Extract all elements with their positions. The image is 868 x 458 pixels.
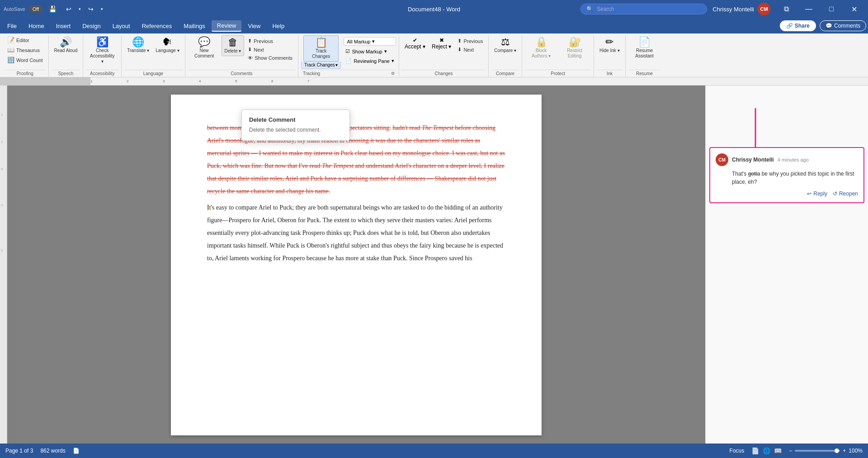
resume-group-label: Resume xyxy=(628,70,661,77)
read-aloud-button[interactable]: 🔊 Read Aloud xyxy=(52,35,80,55)
new-comment-button[interactable]: 💬 New Comment xyxy=(188,35,221,61)
accessibility-group-label: Accessibility xyxy=(86,70,118,77)
highlighted-text-start: I xyxy=(207,204,209,211)
document-title: Document48 - Word xyxy=(291,6,578,13)
all-markup-dropdown[interactable]: All Markup ▾ xyxy=(344,37,396,46)
dropdown-description: Delete the selected comment. xyxy=(242,126,349,137)
zoom-slider[interactable] xyxy=(795,450,840,452)
ruler-left-margin xyxy=(0,77,90,86)
previous-label: Previous xyxy=(254,38,273,44)
web-layout-icon[interactable]: 🌐 xyxy=(763,447,770,454)
check-accessibility-button[interactable]: ♿ Check Accessibility ▾ xyxy=(86,35,118,66)
margin-num-2: 2 xyxy=(1,140,3,144)
zoom-out-icon[interactable]: − xyxy=(789,448,792,454)
autosave-toggle[interactable]: Off xyxy=(29,5,42,13)
previous-icon: ⬆ xyxy=(248,38,252,44)
restrict-editing-button[interactable]: 🔐 Restrict Editing xyxy=(558,35,591,61)
search-box[interactable]: 🔍 xyxy=(580,4,707,14)
share-button[interactable]: 🔗 Share xyxy=(780,20,816,31)
delete-icon: 🗑 xyxy=(228,38,238,48)
save-button[interactable]: 💾 xyxy=(46,3,59,15)
word-count-status: 862 words xyxy=(40,448,65,454)
comments-button[interactable]: 💬 Comments xyxy=(820,20,866,31)
comment-author: Chrissy Montelli xyxy=(732,157,774,163)
compare-button[interactable]: ⚖ Compare ▾ xyxy=(491,35,519,55)
language-button[interactable]: 🗣 Language ▾ xyxy=(153,35,182,55)
editor-button[interactable]: 📝 Editor xyxy=(5,35,46,45)
paragraph-2[interactable]: It's easy to compare Ariel to Puck; they… xyxy=(207,201,505,265)
margin-num-5: 5 xyxy=(1,248,3,253)
next-change-button[interactable]: ⬇ Next xyxy=(455,46,486,53)
ribbon-group-resume: 📄 Resume Assistant Resume xyxy=(626,35,664,77)
block-authors-label: Block Authors ▾ xyxy=(528,48,555,59)
prev-change-icon: ⬆ xyxy=(458,38,462,44)
print-layout-icon[interactable]: 📄 xyxy=(751,447,759,454)
word-count-button[interactable]: 🔢 Word Count xyxy=(5,55,46,65)
tracking-expand[interactable]: ⧉ xyxy=(392,71,394,76)
menu-bar: File Home Insert Design Layout Reference… xyxy=(0,18,868,33)
reject-label: Reject ▾ xyxy=(432,43,451,50)
new-comment-label: New Comment xyxy=(191,48,218,59)
title-bar: AutoSave Off 💾 ↩ ▾ ↪ ▾ Document48 - Word… xyxy=(0,0,868,18)
share-label: Share xyxy=(795,23,810,29)
document-page[interactable]: between moments of sharp, quiet intensit… xyxy=(171,95,542,435)
quick-access-more[interactable]: ▾ xyxy=(101,7,103,11)
track-changes-dropdown[interactable]: Track Changes ▾ xyxy=(301,62,341,69)
reply-button[interactable]: ↩ Reply xyxy=(807,191,827,197)
ribbon-group-language: 🌐 Translate ▾ 🗣 Language ▾ Language xyxy=(122,35,185,77)
undo-dropdown[interactable]: ▾ xyxy=(79,7,81,11)
redo-button[interactable]: ↪ xyxy=(85,3,97,15)
menu-view[interactable]: View xyxy=(242,21,266,31)
thesaurus-button[interactable]: 📖 Thesaurus xyxy=(5,45,46,55)
menu-review[interactable]: Review xyxy=(212,20,242,32)
next-comment-button[interactable]: ⬇ Next xyxy=(245,46,295,53)
close-button[interactable]: ✕ xyxy=(844,0,864,18)
all-markup-arrow: ▾ xyxy=(372,38,375,44)
reject-button[interactable]: ✖ Reject ▾ xyxy=(429,35,454,52)
menu-references[interactable]: References xyxy=(137,21,177,31)
maximize-button[interactable]: □ xyxy=(821,0,842,18)
show-comments-button[interactable]: 👁 Show Comments xyxy=(245,54,295,62)
read-mode-icon[interactable]: 📖 xyxy=(774,447,782,454)
changes-group-label: Changes xyxy=(402,70,486,77)
ink-group-label: Ink xyxy=(597,70,622,77)
avatar[interactable]: CM xyxy=(758,3,770,15)
block-authors-button[interactable]: 🔒 Block Authors ▾ xyxy=(525,35,557,61)
ruler-mark-2: 2 xyxy=(127,79,128,83)
search-input[interactable] xyxy=(597,6,696,12)
delete-button[interactable]: 🗑 Delete ▾ xyxy=(222,35,245,56)
autosave-label: AutoSave xyxy=(4,6,25,12)
menu-design[interactable]: Design xyxy=(77,21,106,31)
menu-help[interactable]: Help xyxy=(267,21,290,31)
menu-home[interactable]: Home xyxy=(23,21,50,31)
menu-file[interactable]: File xyxy=(2,21,22,31)
next-label: Next xyxy=(254,47,264,52)
previous-comment-button[interactable]: ⬆ Previous xyxy=(245,37,295,45)
translate-button[interactable]: 🌐 Translate ▾ xyxy=(124,35,152,55)
minimize-button[interactable]: — xyxy=(798,0,819,18)
track-changes-dropdown-label: Track Changes xyxy=(304,62,335,67)
reviewing-pane-arrow: ▾ xyxy=(392,58,394,64)
resume-assistant-button[interactable]: 📄 Resume Assistant xyxy=(628,35,661,61)
reviewing-pane-button[interactable]: 📄 Reviewing Pane ▾ xyxy=(344,57,396,65)
undo-button[interactable]: ↩ xyxy=(62,3,75,15)
focus-label[interactable]: Focus xyxy=(730,448,745,454)
language-group-label: Language xyxy=(124,70,182,77)
resume-assistant-icon: 📄 xyxy=(638,37,651,47)
reopen-button[interactable]: ↺ Reopen xyxy=(833,191,858,197)
show-markup-button[interactable]: ☑ Show Markup ▾ xyxy=(344,48,396,55)
menu-mailings[interactable]: Mailings xyxy=(178,21,211,31)
zoom-in-icon[interactable]: + xyxy=(843,448,846,454)
hide-ink-button[interactable]: ✏ Hide Ink ▾ xyxy=(597,35,622,55)
accept-button[interactable]: ✔ Accept ▾ xyxy=(402,35,428,52)
show-comments-icon: 👁 xyxy=(248,55,253,61)
comment-strikethrough: gotta xyxy=(748,171,760,177)
next-change-icon: ⬇ xyxy=(458,47,462,52)
previous-change-button[interactable]: ⬆ Previous xyxy=(455,37,486,45)
track-changes-button[interactable]: 📋 Track Changes xyxy=(303,35,339,62)
restore-button[interactable]: ⧉ xyxy=(776,0,797,18)
menu-layout[interactable]: Layout xyxy=(107,21,136,31)
ribbon-group-speech: 🔊 Read Aloud Speech xyxy=(49,35,84,77)
menu-insert[interactable]: Insert xyxy=(51,21,76,31)
title-bar-left: AutoSave Off 💾 ↩ ▾ ↪ ▾ xyxy=(4,3,291,15)
